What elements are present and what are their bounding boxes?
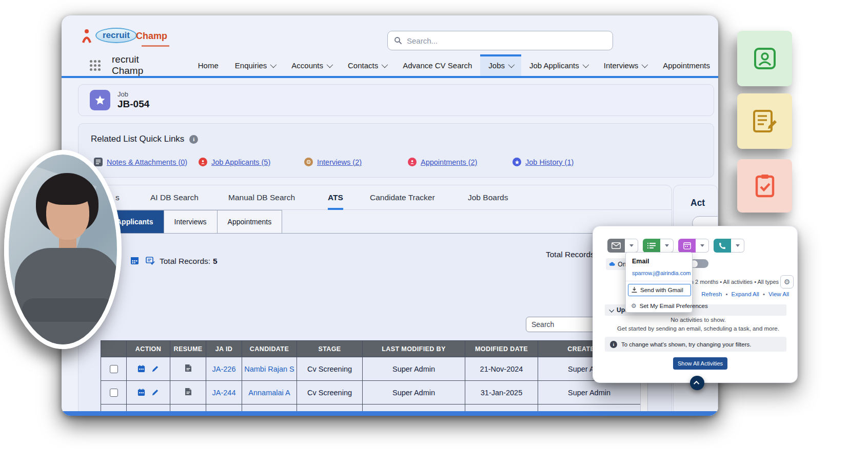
nav-item-interviews[interactable]: Interviews xyxy=(596,54,655,76)
nav-item-accounts[interactable]: Accounts xyxy=(283,54,340,76)
email-dropdown-button[interactable] xyxy=(625,239,638,253)
global-search-input[interactable]: Search... xyxy=(387,31,613,50)
total-records-value: 5 xyxy=(213,257,218,266)
clipboard-check-icon xyxy=(753,173,777,199)
tab-candidate-tracker[interactable]: Candidate Tracker xyxy=(370,185,435,210)
right-total-records-label: Total Records: xyxy=(546,250,597,259)
resume-doc-icon[interactable] xyxy=(185,388,192,396)
table-search-input[interactable] xyxy=(526,317,596,332)
activity-panel-title: Act xyxy=(691,198,705,208)
nav-item-job-applicants[interactable]: Job Applicants xyxy=(521,54,596,76)
subtab-interviews[interactable]: Interviews xyxy=(164,210,218,233)
nav-item-jobs[interactable]: Jobs xyxy=(480,54,521,76)
col-action: ACTION xyxy=(127,341,170,357)
edit-pencil-icon[interactable] xyxy=(151,365,159,373)
logo-text-champ: Champ xyxy=(136,31,167,42)
email-action-button[interactable] xyxy=(607,239,625,253)
log-call-button[interactable] xyxy=(714,239,731,253)
nav-item-advance-cv-search[interactable]: Advance CV Search xyxy=(394,54,480,76)
nav-item-home[interactable]: Home xyxy=(190,54,227,76)
ja-id-link[interactable]: JA-227 xyxy=(212,412,236,416)
candidate-link[interactable]: Annamalai A xyxy=(248,389,290,397)
nav-item-appointments[interactable]: Appointments xyxy=(655,54,718,76)
cloud-icon xyxy=(609,262,615,266)
candidate-link[interactable]: Nambi Rajan S xyxy=(244,365,294,373)
task-checklist-icon xyxy=(647,242,656,249)
row-checkbox[interactable] xyxy=(110,412,118,416)
list-check-icon[interactable] xyxy=(146,256,155,265)
logo-person-icon xyxy=(82,29,94,44)
filters-summary: Within 2 months • All activities • All t… xyxy=(678,279,779,285)
schedule-icon[interactable] xyxy=(137,412,145,416)
email-menu-title: Email xyxy=(632,258,649,265)
tile-notes xyxy=(737,93,792,149)
chevron-down-icon xyxy=(609,307,614,312)
chevron-down-icon xyxy=(270,61,277,68)
edit-pencil-icon[interactable] xyxy=(151,412,159,416)
refresh-link[interactable]: Refresh xyxy=(701,291,722,297)
envelope-icon xyxy=(611,242,621,249)
tab-job-boards[interactable]: Job Boards xyxy=(468,185,508,210)
table-row: JA-244 Annamalai A Cv Screening Super Ad… xyxy=(101,381,641,405)
quick-link-job-history[interactable]: Job History (1) xyxy=(512,158,574,166)
filter-settings-icon[interactable]: ⚙ xyxy=(780,275,794,288)
row-checkbox[interactable] xyxy=(110,389,118,397)
ja-id-link[interactable]: JA-226 xyxy=(212,365,236,373)
expand-all-link[interactable]: Expand All xyxy=(732,291,759,297)
nav-item-contacts[interactable]: Contacts xyxy=(340,54,394,76)
tab-ats[interactable]: ATS xyxy=(328,185,343,210)
gear-icon: ⚙ xyxy=(631,303,637,309)
table-row: JA-227 Vijay Chavan Cv Screening Super A… xyxy=(101,405,641,416)
col-modified-date: MODIFIED DATE xyxy=(465,341,538,357)
tab-ai-db-search[interactable]: AI DB Search xyxy=(150,185,199,210)
nav-item-enquiries[interactable]: Enquiries xyxy=(227,54,284,76)
call-dropdown-button[interactable] xyxy=(731,239,744,253)
global-search-placeholder: Search... xyxy=(407,36,438,45)
show-all-activities-button[interactable]: Show All Activities xyxy=(673,357,727,370)
ats-panel-card: s AI DB Search Manual DB Search ATS Cand… xyxy=(78,185,672,416)
resume-doc-icon[interactable] xyxy=(185,411,192,416)
schedule-icon[interactable] xyxy=(137,389,145,396)
candidate-link[interactable]: Vijay Chavan xyxy=(247,412,291,416)
portrait-photo xyxy=(4,150,122,349)
quick-link-interviews[interactable]: Interviews (2) xyxy=(304,158,362,166)
tab-manual-db-search[interactable]: Manual DB Search xyxy=(228,185,295,210)
logo-tagline-mark xyxy=(142,45,169,47)
view-all-link[interactable]: View All xyxy=(768,291,789,297)
interview-icon xyxy=(304,158,313,166)
chevron-down-icon xyxy=(582,61,589,68)
phone-icon xyxy=(719,242,726,249)
quick-link-notes-attachments[interactable]: Notes & Attachments (0) xyxy=(94,158,187,166)
app-launcher-icon[interactable] xyxy=(90,60,101,71)
tab-partial-left[interactable]: s xyxy=(115,185,120,210)
col-candidate: CANDIDATE xyxy=(242,341,297,357)
floating-action-button[interactable] xyxy=(690,376,704,390)
send-with-gmail-item[interactable]: Send with Gmail xyxy=(628,284,691,296)
total-records-label: Total Records: xyxy=(160,257,210,266)
table-row: JA-226 Nambi Rajan S Cv Screening Super … xyxy=(101,357,641,381)
resume-doc-icon[interactable] xyxy=(185,364,192,372)
edit-pencil-icon[interactable] xyxy=(151,389,159,396)
subtab-appointments[interactable]: Appointments xyxy=(217,210,283,233)
note-icon xyxy=(94,158,103,166)
col-select xyxy=(101,341,127,357)
quick-link-appointments[interactable]: Appointments (2) xyxy=(408,158,477,166)
task-dropdown-button[interactable] xyxy=(660,239,674,253)
main-nav: recruit Champ Home Enquiries Accounts Co… xyxy=(62,54,718,78)
email-dropdown-menu: Email sparrow.j@airindia.com Send with G… xyxy=(625,252,693,313)
ja-id-link[interactable]: JA-244 xyxy=(212,389,236,397)
col-last-modified-by: LAST MODIFIED BY xyxy=(363,341,465,357)
event-calendar-icon xyxy=(683,242,691,249)
set-email-preferences-item[interactable]: ⚙ Set My Email Preferences xyxy=(628,300,691,312)
chevron-down-icon xyxy=(327,61,333,68)
row-checkbox[interactable] xyxy=(110,365,118,373)
calendar-view-icon[interactable] xyxy=(130,256,139,265)
email-recipient-link[interactable]: sparrow.j@airindia.com xyxy=(632,270,691,276)
quick-link-job-applicants[interactable]: Job Applicants (5) xyxy=(199,158,270,166)
info-icon[interactable]: i xyxy=(189,135,198,144)
schedule-icon[interactable] xyxy=(137,365,145,373)
new-event-button[interactable] xyxy=(678,239,696,253)
star-icon xyxy=(512,158,521,166)
event-dropdown-button[interactable] xyxy=(696,239,709,253)
new-task-button[interactable] xyxy=(643,239,660,253)
